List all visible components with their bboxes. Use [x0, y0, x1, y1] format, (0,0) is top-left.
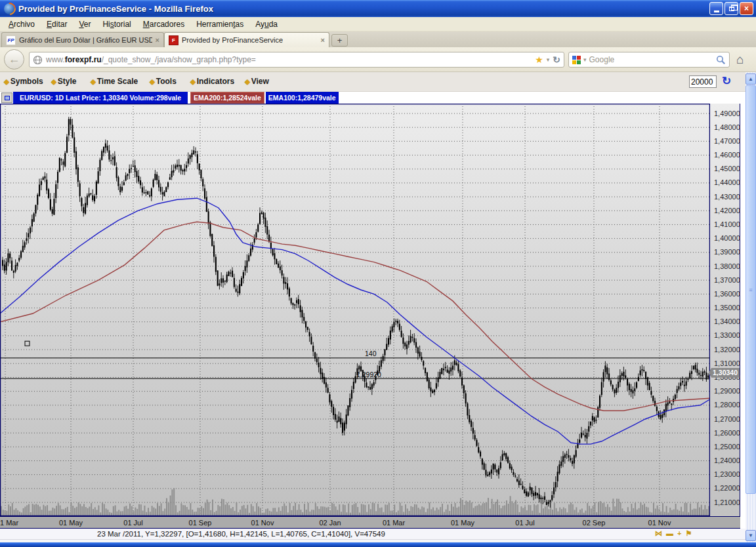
ema200-badge[interactable]: EMA200:1,28524vale — [190, 92, 264, 104]
scroll-down-button[interactable]: ▼ — [746, 530, 756, 541]
menu-ayuda[interactable]: Ayuda — [249, 18, 284, 30]
x-axis-label: 01 Mar — [383, 519, 405, 527]
menu-historial[interactable]: Historial — [96, 18, 136, 30]
scroll-up-button[interactable]: ▲ — [746, 73, 756, 85]
chart-header: EUR/USD: 1D Last Price: 1,30340 Volume:2… — [0, 92, 746, 104]
tab-close-icon[interactable]: × — [321, 36, 325, 44]
menu-tools[interactable]: ◆Tools — [150, 77, 177, 86]
y-axis-label: 1,26000 — [714, 429, 740, 437]
tab-bar: FP Gráfico del Euro Dólar | Gráfico EUR … — [0, 31, 756, 47]
close-button[interactable]: × — [740, 2, 753, 15]
new-tab-button[interactable]: + — [331, 34, 348, 47]
chart-window-icon[interactable] — [1, 92, 12, 103]
reload-icon[interactable]: ↻ — [553, 54, 560, 65]
restore-button[interactable] — [724, 2, 738, 15]
menu-label: Style — [58, 77, 77, 86]
tab-close-icon[interactable]: × — [156, 36, 159, 44]
y-axis-label: 1,36000 — [714, 290, 740, 298]
profinance-favicon: F — [169, 35, 178, 45]
y-axis-label: 1,45000 — [714, 165, 740, 172]
y-axis-label: 1,33000 — [714, 331, 740, 339]
menu-symbols[interactable]: ◆Symbols — [4, 77, 43, 86]
url-text[interactable]: www.forexpf.ru/_quote_show_/java/show_gr… — [46, 55, 532, 64]
minimize-button[interactable] — [709, 2, 723, 15]
google-logo-icon — [572, 56, 581, 64]
search-input[interactable]: Google — [589, 55, 713, 64]
minimize-panel-icon[interactable]: ▬ — [666, 529, 673, 538]
menu-label-part: Herramien — [196, 20, 233, 29]
tab-provided-by-profinanceservice[interactable]: F Provided by ProFinanceService × — [164, 32, 329, 47]
menu-label-part: as — [236, 20, 244, 29]
y-axis-label: 1,48000 — [714, 123, 740, 131]
browser-scrollbar[interactable]: ▲ ≡ ▼ — [746, 72, 756, 542]
chart-plot-area[interactable]: 1401,29920 — [0, 104, 710, 516]
forexpf-favicon: FP — [6, 35, 16, 45]
y-axis-label: 1,44000 — [714, 178, 740, 186]
y-axis-label: 1,46000 — [714, 151, 740, 159]
chart-window-glyph — [5, 96, 10, 100]
y-axis-label: 1,21000 — [714, 498, 740, 506]
chart-toolbar: ◆Symbols ◆Style ◆Time Scale ◆Tools ◆Indi… — [0, 72, 746, 92]
menu-view[interactable]: ◆View — [245, 77, 269, 86]
diamond-icon: ◆ — [150, 78, 155, 85]
home-icon[interactable]: ⌂ — [736, 52, 744, 67]
menu-ver[interactable]: Ver — [73, 18, 96, 30]
ema100-badge[interactable]: EMA100:1,28479vale — [266, 92, 339, 104]
menu-label: Symbols — [10, 77, 43, 86]
menu-indicators[interactable]: ◆Indicators — [190, 77, 234, 86]
x-axis-label: 01 Jul — [123, 519, 142, 527]
svg-text:1,29920: 1,29920 — [356, 371, 381, 378]
menu-style[interactable]: ◆Style — [51, 77, 76, 86]
magnifier-icon[interactable] — [716, 55, 726, 65]
back-button[interactable]: ← — [4, 49, 24, 70]
navigation-bar: ← www.forexpf.ru/_quote_show_/java/show_… — [0, 47, 756, 72]
menu-label-part: A — [9, 20, 14, 29]
diamond-icon: ◆ — [4, 78, 9, 85]
x-axis-label: 1 Mar — [0, 519, 18, 527]
menu-editar[interactable]: Editar — [41, 18, 73, 30]
last-price-tag: 1,30340 — [709, 368, 740, 378]
search-engine-dropdown-icon[interactable]: ▾ — [583, 56, 587, 63]
tab-grafico-euro-dolar[interactable]: FP Gráfico del Euro Dólar | Gráfico EUR … — [1, 32, 164, 47]
y-axis-label: 1,31000 — [714, 359, 740, 367]
search-box[interactable]: ▾ Google — [568, 52, 730, 68]
x-axis-label: 01 May — [59, 519, 83, 527]
chart-status-icons: ⋈▬+⚑ — [655, 529, 692, 538]
refresh-chart-icon[interactable]: ↻ — [722, 74, 731, 88]
url-bar[interactable]: www.forexpf.ru/_quote_show_/java/show_gr… — [29, 52, 564, 68]
y-axis-label: 1,23000 — [714, 470, 740, 478]
svg-text:140: 140 — [365, 350, 377, 357]
menu-marcadores[interactable]: Marcadores — [137, 18, 190, 30]
url-dropdown-icon[interactable]: ▾ — [547, 56, 550, 63]
candlestick-chart[interactable]: 1401,29920 — [0, 104, 710, 516]
menu-time-scale[interactable]: ◆Time Scale — [91, 77, 138, 86]
window-titlebar[interactable]: Provided by ProFinanceService - Mozilla … — [0, 0, 756, 17]
menu-archivo[interactable]: Archivo — [3, 18, 41, 30]
bookmark-star-icon[interactable]: ★ — [535, 54, 543, 65]
diamond-icon: ◆ — [190, 78, 196, 85]
y-axis-label: 1,25000 — [714, 443, 740, 451]
firefox-icon — [4, 3, 15, 14]
y-axis-label: 1,49000 — [714, 110, 740, 117]
x-axis-label: 02 Sep — [583, 519, 606, 527]
x-axis-label: 01 Nov — [648, 519, 671, 527]
scrollbar-thumb[interactable]: ≡ — [746, 85, 756, 494]
x-axis-label: 01 Nov — [251, 519, 274, 527]
y-axis-label: 1,43000 — [714, 193, 740, 201]
restore-icon — [729, 7, 734, 11]
bars-count-input[interactable] — [689, 75, 717, 88]
menu-label-part: rchivo — [14, 20, 35, 29]
menu-label-part: Ay — [255, 20, 264, 29]
menu-label: Tools — [156, 77, 177, 86]
menu-herramientas[interactable]: Herramientas — [190, 18, 249, 30]
date-axis: 1 Mar01 May01 Jul01 Sep01 Nov02 Jan01 Ma… — [0, 516, 740, 529]
flag-icon[interactable]: ⚑ — [685, 529, 692, 538]
y-axis-label: 1,39000 — [714, 248, 740, 256]
add-panel-icon[interactable]: + — [677, 529, 681, 538]
window-controls: × — [709, 2, 753, 15]
menu-label-part: u — [264, 20, 269, 29]
link-scales-icon[interactable]: ⋈ — [655, 529, 662, 538]
y-axis-label: 1,40000 — [714, 234, 740, 242]
y-axis-label: 1,38000 — [714, 262, 740, 270]
menu-label: Time Scale — [97, 77, 138, 86]
